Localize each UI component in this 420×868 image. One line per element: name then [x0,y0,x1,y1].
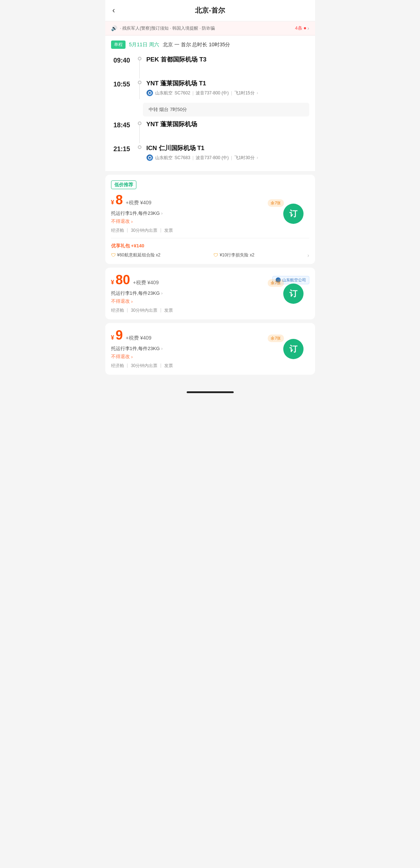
ticket-time-2: 30分钟内出票 [131,307,157,314]
ticket-time-1: 30分钟内出票 [131,227,157,234]
price-number-3: 9 [115,329,123,342]
shield-icon-1b: 🛡 [213,252,218,258]
package-item-1b: 🛡 ¥10行李损失险 x2 [213,252,254,258]
invoice-2: 发票 [164,307,173,314]
first-flight-detail[interactable]: 山东航空 SC7602 | 波音737-800 (中) | 飞1时15分 › [147,90,309,96]
second-departure-time: 18:45 [113,122,130,129]
duration-1: 飞1时15分 [234,90,255,96]
cabin-row-2: 经济舱 | 30分钟内出票 | 发票 [111,307,309,314]
back-button[interactable]: ‹ [113,6,115,15]
refund-arrow-2: › [131,299,133,304]
refund-2[interactable]: 不得退改 › [111,298,309,305]
page-title: 北京-首尔 [195,6,225,15]
price-main-2: ¥ 80 +税费 ¥409 [111,273,159,286]
low-price-tag: 低价推荐 [111,180,136,189]
cabin-3: 经济舱 [111,363,124,369]
first-arrival-row: 10:55 YNT 蓬莱国际机场 T1 山东航空 SC7602 | 波音737-… [111,79,309,99]
price-tax-2: +税费 ¥409 [133,280,158,286]
flight-no-1: SC7602 [175,90,190,95]
card-1-inner: ¥ 8 +税费 ¥409 余7张 订 托运行李1件,每件23KG › 不得退改 … [111,193,309,234]
cabin-row-3: 经济舱 | 30分钟内出票 | 发票 [111,363,309,369]
shield-icon-1a: 🛡 [111,252,116,258]
ticket-time-3: 30分钟内出票 [131,363,157,369]
price-tax-3: +税费 ¥409 [126,335,151,341]
notice-dot [304,27,306,29]
baggage-2: 托运行李1件,每件23KG › [111,290,309,297]
notice-bar[interactable]: 🔊 · 残疾军人(警察)预订须知 · 韩国入境提醒 · 防诈骗 4条 › [105,21,315,35]
price-main-1: ¥ 8 +税费 ¥409 [111,193,152,207]
card-2-inner: ¥ 80 +税费 ¥409 山东航空公司 余7张 订 托运行李1件,每件23KG… [111,273,309,314]
package-arrow-1: › [307,252,309,258]
route-date: 5月11日 周六 [129,42,159,48]
oneway-tag: 单程 [111,41,126,49]
baggage-arrow-3: › [161,346,163,351]
package-row-1[interactable]: 优享礼包 +¥140 🛡 ¥60航意航延组合险 x2 🛡 ¥10行李损失险 x2… [111,238,309,258]
header: ‹ 北京-首尔 [105,0,315,21]
baggage-arrow-1: › [161,211,163,216]
cabin-row-1: 经济舱 | 30分钟内出票 | 发票 [111,227,309,234]
route-info: 北京 一 首尔 总时长 10时35分 [163,42,230,48]
notice-arrow: › [307,25,309,31]
refund-1[interactable]: 不得退改 › [111,218,309,225]
second-arrival-time: 21:15 [113,145,130,153]
invoice-3: 发票 [164,363,173,369]
invoice-1: 发票 [164,227,173,234]
baggage-arrow-2: › [161,291,163,296]
dot-second-dep [138,122,141,125]
flight-section: 单程 5月11日 周六 北京 一 首尔 总时长 10时35分 09:40 PEK… [105,35,315,171]
dot-departure [138,57,141,60]
notice-icon: 🔊 [111,25,117,31]
card-3-inner: ¥ 9 +税费 ¥409 余7张 订 托运行李1件,每件23KG › 不得退改 … [111,329,309,369]
price-symbol-1: ¥ [111,199,114,206]
departure-time: 09:40 [113,57,130,64]
cards-section: 低价推荐 ¥ 8 +税费 ¥409 余7张 订 托运行李1件,每件23KG › … [105,175,315,386]
flight-no-2: SC7683 [175,155,190,160]
price-tax-1: +税费 ¥409 [126,200,151,206]
remaining-2: 余7张 [268,279,284,287]
price-number-1: 8 [115,193,123,207]
notice-count: 4条 [295,25,302,31]
refund-3[interactable]: 不得退改 › [111,353,309,360]
departure-airport: PEK 首都国际机场 T3 [147,55,309,64]
aircraft-1: 波音737-800 (中) [196,90,229,96]
baggage-1: 托运行李1件,每件23KG › [111,210,309,217]
refund-arrow-1: › [131,219,133,224]
airline-name-1: 山东航空 [155,90,173,96]
airline-name-2: 山东航空 [155,155,173,161]
price-card-2: ¥ 80 +税费 ¥409 山东航空公司 余7张 订 托运行李1件,每件23KG… [105,268,315,319]
package-item-1a: 🛡 ¥60航意航延组合险 x2 [111,252,161,258]
price-card-1: 低价推荐 ¥ 8 +税费 ¥409 余7张 订 托运行李1件,每件23KG › … [105,175,315,264]
price-symbol-3: ¥ [111,335,114,341]
remaining-1: 余7张 [268,199,284,207]
book-button-2[interactable]: 订 [283,284,304,304]
price-number-2: 80 [115,273,130,286]
package-label-1: 优享礼包 +¥140 [111,243,309,249]
first-arrival-airport: YNT 蓬莱国际机场 T1 [147,79,309,88]
first-arrival-time: 10:55 [113,81,130,88]
aircraft-2: 波音737-800 (中) [196,155,229,161]
bottom-indicator [187,391,234,393]
cabin-1: 经济舱 [111,227,124,234]
airline-logo-1 [147,90,153,96]
dot-second-arr [138,145,141,149]
book-button-1[interactable]: 订 [283,204,304,224]
second-arrival-airport: ICN 仁川国际机场 T1 [147,144,309,152]
second-flight-detail[interactable]: 山东航空 SC7683 | 波音737-800 (中) | 飞1时30分 › [147,154,309,161]
price-main-3: ¥ 9 +税费 ¥409 [111,329,152,342]
airline-logo-2 [147,154,153,161]
refund-arrow-3: › [131,354,133,359]
price-card-3: ¥ 9 +税费 ¥409 余7张 订 托运行李1件,每件23KG › 不得退改 … [105,323,315,375]
second-departure-row: 18:45 YNT 蓬莱国际机场 [111,120,309,143]
departure-row: 09:40 PEK 首都国际机场 T3 [111,55,309,78]
book-button-3[interactable]: 订 [283,339,304,359]
duration-2: 飞1时30分 [234,155,255,161]
baggage-3: 托运行李1件,每件23KG › [111,345,309,352]
price-symbol-2: ¥ [111,279,114,286]
second-departure-airport: YNT 蓬莱国际机场 [147,120,309,128]
notice-text: · 残疾军人(警察)预订须知 · 韩国入境提醒 · 防诈骗 [120,25,295,31]
transfer-bar: 中转 烟台 7时50分 [143,103,309,116]
dot-first-arrival [138,81,141,84]
remaining-3: 余7张 [268,335,284,342]
flight-detail-arrow-1: › [257,90,258,95]
flight-detail-arrow-2: › [257,155,258,160]
